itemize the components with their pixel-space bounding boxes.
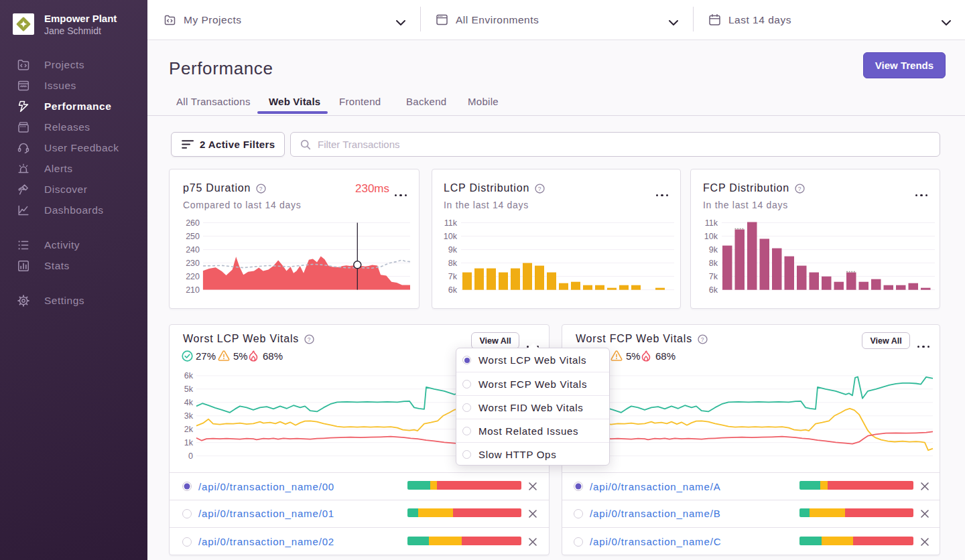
svg-text:5k: 5k (184, 384, 194, 394)
svg-text:?: ? (701, 336, 704, 342)
svg-text:9k: 9k (709, 245, 718, 255)
svg-text:4k: 4k (184, 398, 194, 407)
svg-text:10k: 10k (444, 232, 458, 241)
svg-text:8k: 8k (709, 259, 718, 268)
svg-text:220: 220 (186, 272, 200, 281)
svg-text:?: ? (308, 336, 311, 342)
svg-text:210: 210 (186, 285, 200, 295)
svg-text:7k: 7k (709, 272, 718, 281)
svg-text:10k: 10k (704, 232, 718, 241)
svg-text:260: 260 (186, 218, 200, 228)
svg-text:9k: 9k (448, 245, 458, 255)
svg-text:3k: 3k (184, 411, 194, 421)
svg-text:250: 250 (186, 232, 200, 241)
svg-text:1k: 1k (184, 438, 194, 447)
svg-text:240: 240 (186, 245, 200, 255)
svg-text:0: 0 (188, 451, 193, 461)
svg-text:6k: 6k (448, 285, 458, 295)
svg-text:11k: 11k (444, 218, 458, 228)
svg-text:2k: 2k (184, 425, 194, 434)
svg-text:6k: 6k (709, 285, 718, 295)
svg-text:6k: 6k (184, 371, 194, 380)
svg-text:11k: 11k (705, 218, 718, 228)
svg-text:8k: 8k (448, 259, 458, 268)
svg-text:230: 230 (186, 259, 200, 268)
svg-text:7k: 7k (448, 272, 458, 281)
